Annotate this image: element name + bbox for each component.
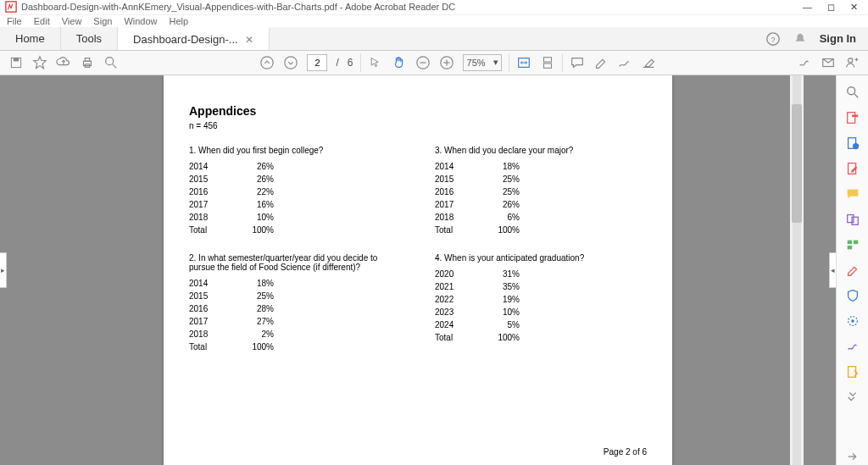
- menu-window[interactable]: Window: [124, 16, 157, 26]
- zoom-out-icon[interactable]: [415, 55, 431, 70]
- menu-edit[interactable]: Edit: [34, 16, 50, 26]
- data-row: 201418%: [189, 277, 401, 290]
- data-row: 201716%: [189, 198, 401, 211]
- pointer-icon[interactable]: [368, 55, 383, 70]
- redact-icon[interactable]: [844, 262, 861, 279]
- data-row: 201418%: [435, 160, 647, 173]
- svg-rect-19: [543, 64, 551, 68]
- window-titlebar: Dashboard-Design-with-AnnKEmery_Visual-A…: [0, 0, 868, 15]
- svg-rect-35: [847, 241, 851, 245]
- svg-line-26: [854, 94, 858, 98]
- row-label: 2021: [435, 280, 486, 293]
- signin-link[interactable]: Sign In: [820, 32, 856, 45]
- menu-file[interactable]: File: [7, 16, 22, 26]
- row-label: 2024: [435, 318, 486, 331]
- bell-icon[interactable]: [793, 31, 808, 47]
- svg-rect-0: [6, 2, 16, 12]
- create-pdf-icon[interactable]: [844, 135, 861, 152]
- tab-home[interactable]: Home: [0, 27, 61, 50]
- edit-pdf-icon[interactable]: [844, 160, 861, 177]
- more-tools-icon[interactable]: [844, 389, 861, 406]
- data-row: 202310%: [435, 306, 647, 318]
- sign-icon[interactable]: [797, 55, 812, 70]
- data-row: 201426%: [189, 160, 401, 173]
- page-number-input[interactable]: [307, 54, 327, 71]
- row-label: Total: [189, 340, 240, 353]
- email-icon[interactable]: [821, 55, 836, 70]
- send-icon[interactable]: [844, 363, 861, 380]
- question-1: 1. When did you first begin college? 201…: [189, 146, 401, 236]
- row-label: 2017: [189, 198, 240, 211]
- minimize-button[interactable]: —: [803, 2, 812, 13]
- data-row: 20182%: [189, 328, 401, 340]
- save-icon[interactable]: [8, 55, 24, 70]
- highlight-icon[interactable]: [593, 55, 609, 70]
- fit-width-icon[interactable]: [516, 55, 531, 70]
- svg-point-11: [285, 57, 297, 69]
- svg-rect-4: [14, 58, 19, 61]
- data-row: 202219%: [435, 293, 647, 306]
- erase-icon[interactable]: [641, 55, 656, 70]
- tab-close-icon[interactable]: ✕: [245, 34, 253, 46]
- window-title: Dashboard-Design-with-AnnKEmery_Visual-A…: [21, 2, 803, 12]
- row-label: 2014: [189, 160, 240, 173]
- right-panel-toggle[interactable]: ◂: [829, 252, 836, 288]
- close-button[interactable]: ✕: [850, 2, 858, 13]
- page-down-icon[interactable]: [283, 55, 298, 70]
- organize-icon[interactable]: [844, 236, 861, 253]
- row-value: 26%: [240, 160, 274, 173]
- export-pdf-icon[interactable]: [844, 109, 861, 126]
- zoom-in-icon[interactable]: [439, 55, 454, 70]
- share-person-icon[interactable]: [844, 55, 860, 70]
- vertical-scrollbar[interactable]: [790, 75, 804, 465]
- menu-help[interactable]: Help: [170, 16, 189, 26]
- draw-icon[interactable]: [617, 55, 632, 70]
- data-row: 201810%: [189, 211, 401, 224]
- maximize-button[interactable]: ◻: [827, 2, 835, 13]
- star-icon[interactable]: [32, 55, 47, 70]
- row-value: 25%: [486, 185, 520, 198]
- svg-point-39: [851, 319, 854, 323]
- compress-icon[interactable]: [844, 313, 861, 329]
- row-label: 2017: [189, 315, 240, 328]
- menu-sign[interactable]: Sign: [93, 16, 112, 26]
- data-row: 202135%: [435, 280, 647, 293]
- page-up-icon[interactable]: [259, 55, 275, 70]
- svg-rect-34: [852, 217, 858, 224]
- collapse-panel-icon[interactable]: [844, 448, 861, 465]
- protect-icon[interactable]: [844, 287, 861, 304]
- fill-sign-icon[interactable]: [844, 338, 861, 355]
- document-viewport[interactable]: Appendices n = 456 1. When did you first…: [0, 75, 836, 465]
- svg-rect-33: [847, 215, 853, 223]
- search-icon[interactable]: [103, 55, 119, 70]
- row-value: 26%: [486, 198, 520, 211]
- zoom-select[interactable]: 75%▾: [463, 54, 502, 71]
- row-value: 28%: [240, 302, 274, 315]
- search-tool-icon[interactable]: [844, 84, 861, 101]
- tab-document[interactable]: Dashboard-Design-... ✕: [118, 27, 270, 50]
- scrollbar-thumb[interactable]: [792, 104, 802, 223]
- row-value: 5%: [486, 318, 520, 331]
- cloud-upload-icon[interactable]: [56, 55, 71, 70]
- hand-icon[interactable]: [392, 55, 407, 70]
- print-icon[interactable]: [80, 55, 95, 70]
- row-value: 22%: [240, 185, 274, 198]
- data-row: 201622%: [189, 185, 401, 198]
- row-label: 2014: [189, 277, 240, 290]
- svg-text:?: ?: [771, 35, 775, 43]
- left-panel-toggle[interactable]: ▸: [0, 252, 7, 288]
- comment-icon[interactable]: [570, 55, 585, 70]
- question-3: 3. When did you declare your major? 2014…: [435, 146, 647, 236]
- tab-tools[interactable]: Tools: [61, 27, 118, 50]
- scroll-mode-icon[interactable]: [540, 55, 555, 70]
- data-row: Total100%: [189, 340, 401, 353]
- combine-icon[interactable]: [844, 211, 861, 228]
- data-row: Total100%: [189, 224, 401, 236]
- data-row: 201726%: [435, 198, 647, 211]
- menu-view[interactable]: View: [62, 16, 82, 26]
- comment-tool-icon[interactable]: [844, 185, 861, 202]
- content-area: ▸ Appendices n = 456 1. When did you fir…: [0, 75, 868, 465]
- row-value: 100%: [240, 340, 274, 353]
- help-icon[interactable]: ?: [765, 31, 781, 47]
- question-4: 4. When is your anticipated graduation? …: [435, 253, 647, 344]
